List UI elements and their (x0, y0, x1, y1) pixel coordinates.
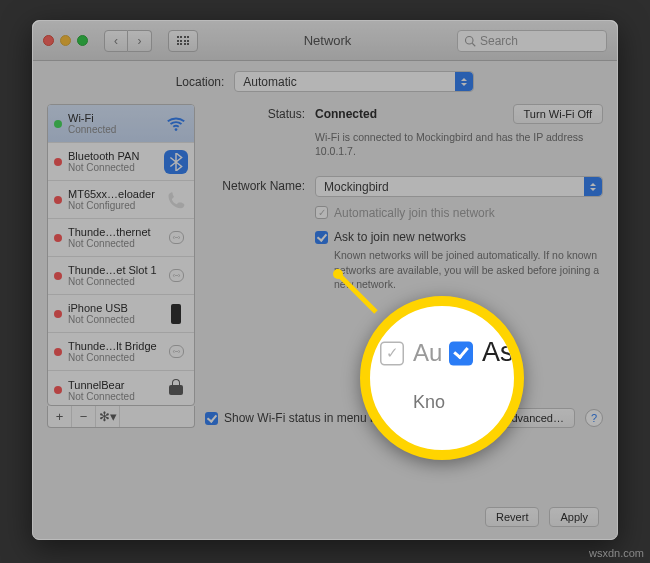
back-button[interactable]: ‹ (104, 30, 128, 52)
zoom-callout: Au Ask Kno (360, 296, 524, 460)
status-dot-icon (54, 234, 62, 242)
iphone-icon (164, 302, 188, 326)
status-label: Status: (205, 104, 315, 121)
window-controls (43, 35, 88, 46)
ethernet-icon: ‹···› (164, 264, 188, 288)
interface-sidebar: Wi-FiConnected Bluetooth PANNot Connecte… (47, 104, 195, 406)
sidebar-item-status: Not Connected (68, 162, 158, 173)
callout-auto-join: Au (380, 339, 442, 366)
status-description: Wi-Fi is connected to Mockingbird and ha… (315, 130, 603, 158)
search-placeholder: Search (480, 34, 518, 48)
svg-line-3 (336, 272, 376, 312)
show-wifi-status-checkbox[interactable]: Show Wi-Fi status in menu bar (205, 411, 387, 425)
forward-button[interactable]: › (128, 30, 152, 52)
zoom-icon[interactable] (77, 35, 88, 46)
svg-point-4 (333, 269, 343, 279)
checkbox-icon (205, 412, 218, 425)
show-wifi-status-label: Show Wi-Fi status in menu bar (224, 411, 387, 425)
auto-join-checkbox: Automatically join this network (315, 206, 495, 220)
add-interface-button[interactable]: + (48, 406, 72, 427)
sidebar-item-label: Wi-Fi (68, 112, 158, 124)
status-dot-icon (54, 310, 62, 318)
ask-to-join-checkbox[interactable]: Ask to join new networks (315, 230, 466, 244)
sidebar-item-label: iPhone USB (68, 302, 158, 314)
status-dot-icon (54, 348, 62, 356)
sidebar-item-label: Bluetooth PAN (68, 150, 158, 162)
sidebar-item-label: Thunde…et Slot 1 (68, 264, 158, 276)
checkbox-icon (449, 341, 473, 365)
callout-auto-text: Au (413, 339, 442, 366)
sidebar-item-mt65xx[interactable]: MT65xx…eloaderNot Configured (48, 181, 194, 219)
sidebar-item-status: Not Connected (68, 238, 158, 249)
ask-to-join-label: Ask to join new networks (334, 230, 466, 244)
search-input[interactable]: Search (457, 30, 607, 52)
auto-join-label: Automatically join this network (334, 206, 495, 220)
window-title: Network (206, 33, 449, 48)
svg-line-1 (472, 43, 475, 46)
phone-icon (164, 188, 188, 212)
checkbox-icon (315, 206, 328, 219)
help-button[interactable]: ? (585, 409, 603, 427)
sidebar-item-wifi[interactable]: Wi-FiConnected (48, 105, 194, 143)
sidebar-item-status: Connected (68, 124, 158, 135)
show-all-button[interactable] (168, 30, 198, 52)
sidebar-item-label: TunnelBear (68, 379, 158, 391)
status-dot-icon (54, 272, 62, 280)
sidebar-item-label: Thunde…lt Bridge (68, 340, 158, 352)
status-dot-icon (54, 158, 62, 166)
revert-button[interactable]: Revert (485, 507, 539, 527)
sidebar-item-thunderbolt-ethernet[interactable]: Thunde…thernetNot Connected ‹···› (48, 219, 194, 257)
callout-ask-join: Ask (449, 337, 524, 369)
sidebar-item-tunnelbear[interactable]: TunnelBearNot Connected (48, 371, 194, 406)
ethernet-icon: ‹···› (164, 340, 188, 364)
close-icon[interactable] (43, 35, 54, 46)
status-dot-icon (54, 120, 62, 128)
network-name-value: Mockingbird (324, 180, 389, 194)
sidebar-item-status: Not Connected (68, 352, 158, 363)
minimize-icon[interactable] (60, 35, 71, 46)
location-value: Automatic (243, 75, 296, 89)
checkbox-icon (315, 231, 328, 244)
location-label: Location: (176, 75, 225, 89)
sidebar-item-thunderbolt-slot1[interactable]: Thunde…et Slot 1Not Connected ‹···› (48, 257, 194, 295)
svg-point-0 (466, 36, 474, 44)
sidebar-item-label: MT65xx…eloader (68, 188, 158, 200)
titlebar: ‹ › Network Search (33, 21, 617, 61)
network-name-select[interactable]: Mockingbird (315, 176, 603, 197)
status-value: Connected (315, 107, 377, 121)
watermark: wsxdn.com (589, 547, 644, 559)
sidebar-item-thunderbolt-bridge[interactable]: Thunde…lt BridgeNot Connected ‹···› (48, 333, 194, 371)
sidebar-actions-button[interactable]: ✻▾ (96, 406, 120, 427)
network-window: ‹ › Network Search Location: Automatic W… (32, 20, 618, 540)
apply-button[interactable]: Apply (549, 507, 599, 527)
svg-point-2 (175, 128, 178, 131)
status-dot-icon (54, 386, 62, 394)
chevron-updown-icon (455, 72, 473, 91)
checkbox-icon (380, 341, 404, 365)
sidebar-item-status: Not Connected (68, 391, 158, 402)
status-dot-icon (54, 196, 62, 204)
search-icon (464, 35, 476, 47)
sidebar-item-bluetooth-pan[interactable]: Bluetooth PANNot Connected (48, 143, 194, 181)
sidebar-item-status: Not Connected (68, 314, 158, 325)
ethernet-icon: ‹···› (164, 226, 188, 250)
sidebar-item-status: Not Configured (68, 200, 158, 211)
sidebar-item-iphone-usb[interactable]: iPhone USBNot Connected (48, 295, 194, 333)
chevron-updown-icon (584, 177, 602, 196)
wifi-icon (164, 112, 188, 136)
lock-icon (164, 378, 188, 402)
bluetooth-icon (164, 150, 188, 174)
network-name-label: Network Name: (205, 176, 315, 193)
turn-wifi-off-button[interactable]: Turn Wi-Fi Off (513, 104, 603, 124)
callout-pointer-icon (332, 268, 382, 318)
sidebar-item-status: Not Connected (68, 276, 158, 287)
location-select[interactable]: Automatic (234, 71, 474, 92)
sidebar-toolbar: + − ✻▾ (47, 406, 195, 428)
grid-icon (177, 36, 190, 45)
sidebar-item-label: Thunde…thernet (68, 226, 158, 238)
remove-interface-button[interactable]: − (72, 406, 96, 427)
callout-known-text: Kno (413, 390, 524, 411)
